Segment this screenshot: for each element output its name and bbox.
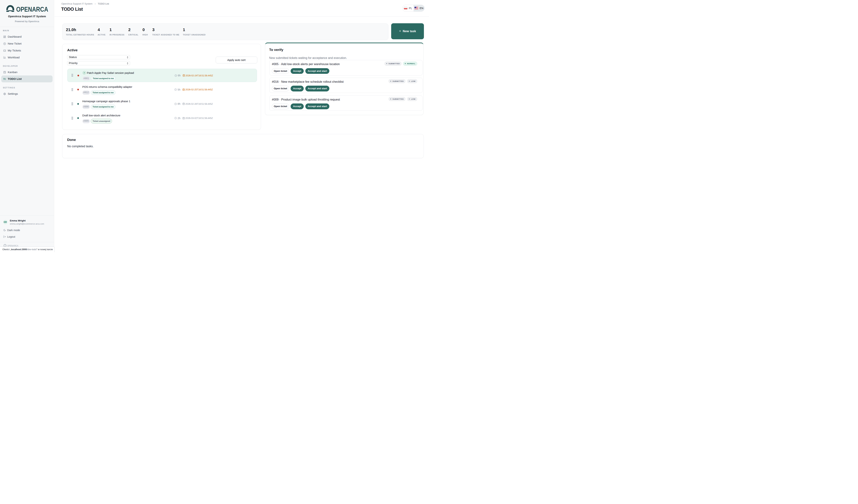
svg-text:OPENARCA: OPENARCA: [16, 6, 48, 13]
